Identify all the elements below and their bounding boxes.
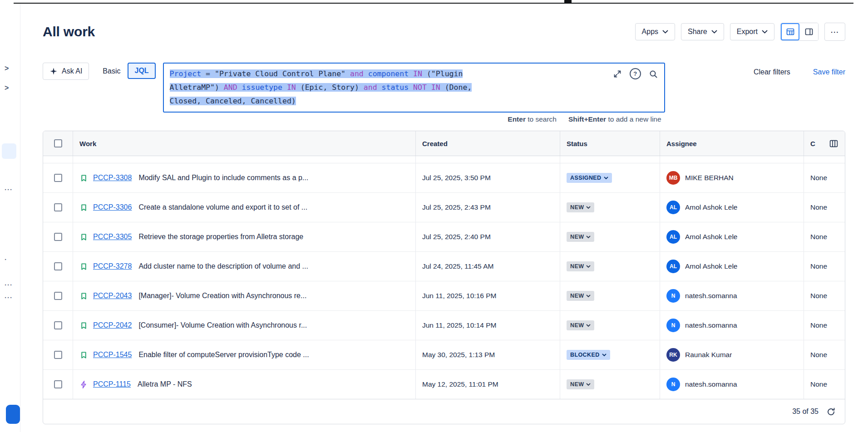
status-badge[interactable]: NEW: [567, 232, 594, 242]
column-header-status[interactable]: Status: [560, 131, 660, 156]
jql-input[interactable]: Project = "Private Cloud Control Plane" …: [163, 63, 665, 113]
story-icon: [79, 292, 88, 300]
chevron-down-icon: [586, 206, 591, 209]
row-checkbox[interactable]: [54, 174, 62, 182]
issue-key-link[interactable]: PCCP-3308: [93, 174, 132, 182]
enter-key-hint: Enter: [508, 115, 526, 123]
sidebar-expand-chevron-icon[interactable]: >: [5, 65, 9, 72]
column-header-work[interactable]: Work: [73, 131, 415, 156]
avatar: RK: [666, 348, 680, 362]
grid-view-button[interactable]: [781, 23, 799, 40]
status-badge[interactable]: BLOCKED: [567, 350, 610, 360]
status-badge[interactable]: NEW: [567, 320, 594, 330]
sidebar-expand-chevron-icon[interactable]: >: [5, 84, 9, 92]
apps-button[interactable]: Apps: [635, 23, 675, 40]
work-cell: PCCP-3305Retrieve the storage properties…: [73, 222, 415, 251]
status-badge[interactable]: NEW: [567, 261, 594, 271]
row-select-cell: [43, 252, 73, 281]
table-body: PCCP-3308Modify SAL and Plugin to includ…: [43, 163, 845, 399]
column-header-created[interactable]: Created: [415, 131, 560, 156]
row-checkbox[interactable]: [54, 262, 62, 270]
issue-key-link[interactable]: PCCP-2042: [93, 321, 132, 329]
category-cell: None: [804, 193, 845, 222]
category-cell: None: [804, 370, 845, 399]
export-button[interactable]: Export: [730, 23, 774, 40]
issue-key-link[interactable]: PCCP-1115: [93, 380, 131, 388]
created-cell: Jun 11, 2025, 10:14 PM: [415, 311, 560, 340]
chevron-down-icon: [586, 265, 591, 268]
issue-summary[interactable]: Enable filter of computeServer provision…: [138, 351, 309, 359]
column-header-category-label[interactable]: C: [810, 140, 815, 147]
select-all-checkbox[interactable]: [54, 139, 62, 147]
issue-summary[interactable]: Retrieve the storage properties from All…: [138, 233, 303, 241]
status-cell: BLOCKED: [560, 340, 660, 369]
issue-summary[interactable]: Create a standalone volume and export it…: [138, 203, 307, 211]
refresh-icon[interactable]: [826, 407, 836, 417]
sidebar-overflow-icon[interactable]: ···: [5, 281, 13, 289]
row-checkbox[interactable]: [54, 380, 62, 388]
issue-summary[interactable]: Modify SAL and Plugin to include comment…: [138, 174, 308, 182]
page-header: All work Apps Share Export: [43, 22, 845, 42]
table-row[interactable]: PCCP-2043[Manager]- Volume Creation with…: [43, 281, 845, 311]
sidebar-bottom-button[interactable]: [6, 405, 20, 424]
assignee-cell: Nnatesh.somanna: [660, 281, 804, 310]
table-row[interactable]: PCCP-1115Alletra MP - NFSMay 12, 2025, 1…: [43, 370, 845, 399]
row-select-cell: [43, 370, 73, 399]
syntax-help-icon[interactable]: ?: [630, 68, 641, 79]
columns-settings-icon[interactable]: [829, 139, 838, 148]
issue-key-link[interactable]: PCCP-2043: [93, 292, 132, 300]
issue-key-link[interactable]: PCCP-1545: [93, 351, 132, 359]
column-header-assignee[interactable]: Assignee: [660, 131, 804, 156]
avatar: N: [666, 289, 680, 303]
row-checkbox[interactable]: [54, 233, 62, 241]
sidebar-overflow-icon[interactable]: ·: [5, 256, 7, 263]
row-checkbox[interactable]: [54, 203, 62, 211]
issue-key-link[interactable]: PCCP-3278: [93, 262, 132, 270]
row-select-cell: [43, 222, 73, 251]
search-icon[interactable]: [649, 69, 658, 79]
table-row[interactable]: PCCP-3306Create a standalone volume and …: [43, 193, 845, 222]
editor-hints: Enter to searchShift+Enter to add a new …: [163, 115, 665, 123]
sidebar-overflow-icon[interactable]: ···: [5, 294, 13, 301]
table-row[interactable]: PCCP-2042[Consumer]- Volume Creation wit…: [43, 311, 845, 340]
issue-summary[interactable]: Add cluster name to the description of v…: [138, 262, 308, 270]
sidebar-overflow-icon[interactable]: ···: [5, 186, 13, 193]
issue-summary[interactable]: [Consumer]- Volume Creation with Asynchr…: [138, 321, 307, 329]
status-badge[interactable]: ASSIGNED: [567, 173, 612, 183]
table-row[interactable]: PCCP-3305Retrieve the storage properties…: [43, 222, 845, 252]
mode-basic-button[interactable]: Basic: [99, 63, 124, 80]
assignee-name: natesh.somanna: [685, 292, 737, 300]
table-footer: 35 of 35: [43, 399, 845, 424]
row-checkbox[interactable]: [54, 351, 62, 359]
issue-summary[interactable]: [Manager]- Volume Creation with Asynchro…: [138, 292, 306, 300]
save-filter-button[interactable]: Save filter: [813, 68, 845, 76]
assignee-name: Amol Ashok Lele: [685, 262, 737, 270]
status-badge[interactable]: NEW: [567, 202, 594, 212]
side-panel-icon: [804, 27, 814, 36]
row-checkbox[interactable]: [54, 321, 62, 329]
clear-filters-button[interactable]: Clear filters: [754, 68, 790, 76]
status-badge[interactable]: NEW: [567, 379, 594, 389]
created-cell: Jul 25, 2025, 2:43 PM: [415, 193, 560, 222]
row-checkbox[interactable]: [54, 292, 62, 300]
status-badge[interactable]: NEW: [567, 291, 594, 301]
ask-ai-button[interactable]: Ask AI: [43, 63, 89, 80]
table-row[interactable]: PCCP-3308Modify SAL and Plugin to includ…: [43, 163, 845, 193]
issue-summary[interactable]: Alletra MP - NFS: [138, 380, 192, 388]
created-cell: Jul 25, 2025, 2:40 PM: [415, 222, 560, 251]
assignee-cell: ALAmol Ashok Lele: [660, 193, 804, 222]
mode-jql-button[interactable]: JQL: [128, 63, 155, 79]
sidebar-active-item[interactable]: [2, 143, 16, 159]
share-button-label: Share: [688, 28, 707, 36]
created-cell: Jun 11, 2025, 10:16 PM: [415, 281, 560, 310]
table-row[interactable]: PCCP-1545Enable filter of computeServer …: [43, 340, 845, 370]
assignee-cell: Nnatesh.somanna: [660, 370, 804, 399]
issue-key-link[interactable]: PCCP-3306: [93, 203, 132, 211]
detail-view-button[interactable]: [799, 23, 818, 40]
share-button[interactable]: Share: [681, 23, 724, 40]
more-options-button[interactable]: ⋯: [824, 23, 845, 41]
issue-key-link[interactable]: PCCP-3305: [93, 233, 132, 241]
epic-icon: [79, 380, 88, 389]
expand-editor-icon[interactable]: [613, 69, 622, 79]
table-row[interactable]: PCCP-3278Add cluster name to the descrip…: [43, 252, 845, 281]
